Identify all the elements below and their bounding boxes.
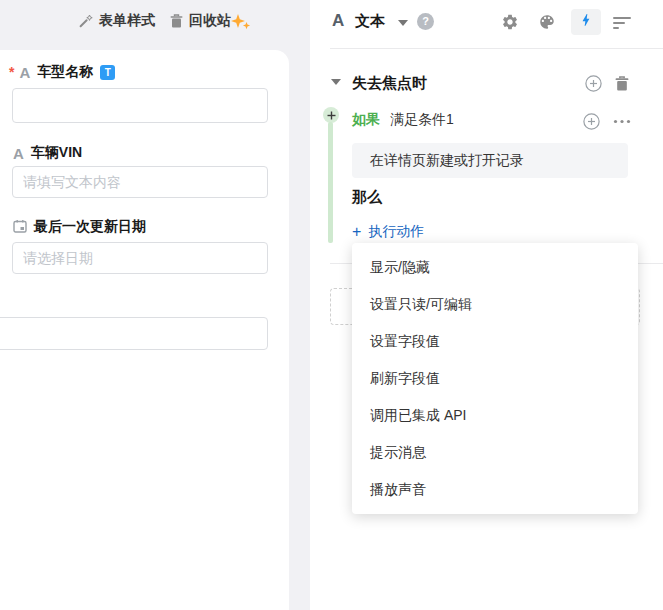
trash-icon — [170, 14, 183, 28]
add-sub-condition-icon[interactable] — [583, 113, 600, 130]
field-label-text: 最后一次更新日期 — [34, 218, 146, 236]
menu-item-play-sound[interactable]: 播放声音 — [352, 471, 638, 508]
form-builder-window: 表单样式 回收站 * A 车型名称 T A 车辆VIN — [0, 0, 663, 610]
events-tab-active[interactable] — [571, 9, 601, 35]
condition-node-plus-icon[interactable] — [323, 107, 339, 123]
ai-sparkles-icon[interactable] — [229, 10, 253, 34]
field-label-text: 车型名称 — [37, 63, 93, 81]
menu-item-readonly-editable[interactable]: 设置只读/可编辑 — [352, 286, 638, 323]
header-divider — [330, 48, 663, 49]
menu-item-set-field-value[interactable]: 设置字段值 — [352, 323, 638, 360]
add-action-link[interactable]: + 执行动作 — [352, 223, 424, 241]
field-type-letter-icon: A — [332, 11, 344, 31]
help-icon[interactable]: ? — [417, 13, 434, 30]
condition-detail-text: 在详情页新建或打开记录 — [370, 152, 524, 168]
condition-branch-line — [328, 122, 333, 243]
vehicle-model-input[interactable] — [12, 88, 268, 123]
text-badge-icon: T — [100, 65, 115, 80]
condition-name[interactable]: 满足条件1 — [390, 111, 454, 129]
field-label-vehicle-model: * A 车型名称 T — [9, 64, 115, 80]
magic-wand-icon — [78, 14, 93, 29]
last-update-date-input[interactable] — [12, 242, 268, 274]
vehicle-vin-input[interactable] — [12, 166, 268, 198]
field-type-dropdown[interactable]: 文本 — [355, 12, 385, 31]
recycle-bin-button[interactable]: 回收站 — [170, 12, 231, 30]
form-style-label: 表单样式 — [99, 12, 155, 30]
field-inspector-panel: A 文本 ? — [310, 0, 663, 610]
lightning-bolt-icon — [578, 11, 594, 33]
add-condition-icon[interactable] — [585, 75, 602, 92]
style-tab-palette-icon[interactable] — [538, 13, 556, 35]
menu-item-toast-message[interactable]: 提示消息 — [352, 434, 638, 471]
action-dropdown-menu: 显示/隐藏 设置只读/可编辑 设置字段值 刷新字段值 调用已集成 API 提示消… — [352, 243, 638, 514]
recycle-bin-label: 回收站 — [189, 12, 231, 30]
calendar-icon — [13, 219, 27, 236]
add-action-label: 执行动作 — [368, 223, 424, 241]
collapse-caret-icon[interactable] — [331, 79, 341, 85]
field-label-text: 车辆VIN — [31, 144, 82, 162]
more-options-icon[interactable] — [613, 119, 631, 124]
menu-item-call-integrated-api[interactable]: 调用已集成 API — [352, 397, 638, 434]
settings-tab-gear-icon[interactable] — [501, 13, 519, 35]
event-list-icon[interactable] — [613, 16, 632, 34]
field-label-last-update-date: 最后一次更新日期 — [13, 219, 146, 235]
field-label-vehicle-vin: A 车辆VIN — [13, 145, 82, 161]
if-keyword: 如果 — [352, 111, 380, 129]
plus-icon: + — [352, 225, 361, 239]
menu-item-show-hide[interactable]: 显示/隐藏 — [352, 249, 638, 286]
then-keyword: 那么 — [352, 188, 382, 207]
clipped-field-input[interactable] — [0, 317, 268, 350]
menu-item-refresh-field-value[interactable]: 刷新字段值 — [352, 360, 638, 397]
condition-detail-box[interactable]: 在详情页新建或打开记录 — [352, 143, 628, 178]
form-canvas-card: * A 车型名称 T A 车辆VIN 最后一次更新日期 — [0, 50, 289, 610]
chevron-down-icon[interactable] — [398, 20, 408, 26]
text-field-type-icon: A — [13, 145, 24, 162]
event-trigger-title: 失去焦点时 — [352, 74, 427, 93]
required-asterisk: * — [9, 64, 14, 80]
form-style-button[interactable]: 表单样式 — [78, 12, 155, 30]
delete-event-trash-icon[interactable] — [615, 76, 629, 91]
text-field-type-icon: A — [19, 64, 30, 81]
